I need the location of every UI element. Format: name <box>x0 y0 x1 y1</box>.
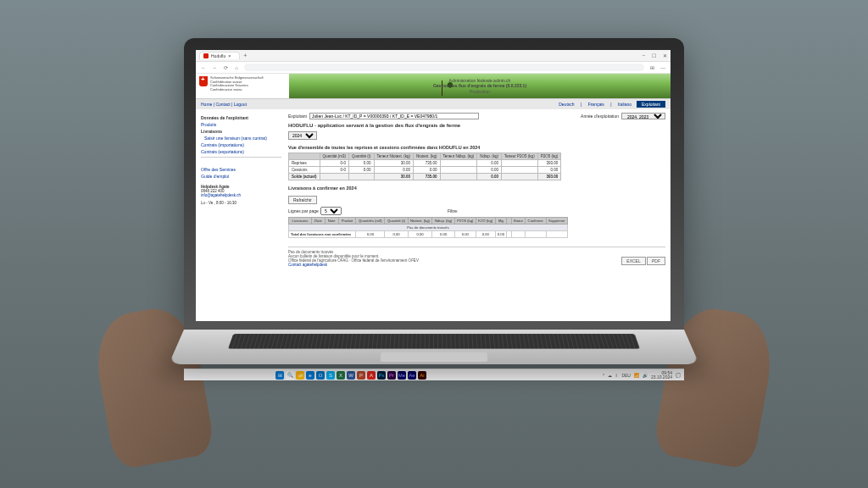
minimize-button[interactable]: – <box>643 53 645 58</box>
cell: 0-0 <box>320 167 349 174</box>
total-cell: 0.00 <box>454 231 476 238</box>
table-header: Mg <box>495 218 507 225</box>
total-cell: 0.00 <box>476 231 495 238</box>
table-header: Ntotext. (kg) <box>414 153 441 160</box>
table-header: Livraisons <box>289 218 312 225</box>
helpdesk-email[interactable]: info@agatehelpdesk.ch <box>201 193 241 197</box>
cell <box>502 160 538 167</box>
footer: Pas de documents trouvés EXCEL PDF Aucun… <box>288 247 665 267</box>
sidebar-item-saisir[interactable]: Saisir une livraison (sans contrat) <box>201 135 281 141</box>
cell: 0.00 <box>374 167 414 174</box>
cell: 0.00 <box>537 167 561 174</box>
forward-icon[interactable]: → <box>211 65 218 70</box>
browser-toolbar: ← → ⟳ ⌂ ⊞ ⋯ <box>196 62 670 74</box>
row-label: Reprises <box>289 160 320 167</box>
lang-fr[interactable]: Français <box>588 102 604 107</box>
cell <box>320 174 349 180</box>
extension-icon[interactable]: ⊞ <box>648 64 655 70</box>
refresh-button[interactable]: Rafraîchir <box>288 196 317 204</box>
table-header: Note <box>325 218 338 225</box>
row-label: Solde (actuel) <box>289 174 320 180</box>
screen: Hoduflu × + – ☐ ✕ ← → ⟳ ⌂ ⊞ <box>196 50 670 321</box>
table-header: Supprimer <box>546 218 568 225</box>
table-header: Date <box>312 218 326 225</box>
pager-select[interactable]: 5 <box>320 207 342 215</box>
sidebar-item-contrats-exp[interactable]: Contrats (exportations) <box>201 148 281 155</box>
back-icon[interactable]: ← <box>200 65 207 70</box>
exploitant-label: Exploitant <box>288 114 307 119</box>
total-cell: 0.00 <box>385 231 408 238</box>
footer-org: Office fédéral de l'agriculture OFAG · O… <box>288 258 665 263</box>
lang-it[interactable]: Italiano <box>618 102 632 107</box>
env-label: Production <box>470 89 490 94</box>
cell: 393.00 <box>537 160 561 167</box>
sidebar-item-exploitant[interactable]: Données de l'exploitant <box>201 114 281 121</box>
nav-logout[interactable]: Logout <box>234 102 247 107</box>
helpdesk-hours: Lu - Ve , 8:00 - 16:30 <box>201 201 281 205</box>
sidebar-help-guide[interactable]: Guide d'emploi <box>201 173 281 180</box>
table-header: Ndisp. (kg) <box>477 153 502 160</box>
confederation-text: Schweizerische Eidgenossenschaft Confédé… <box>210 76 264 92</box>
table-header: Teneur P2O5 (kg) <box>502 153 538 160</box>
year-select[interactable]: 2024, 2023 <box>621 113 665 119</box>
main-content: Exploitant Année d'exploitation 2024, 20… <box>288 113 665 268</box>
table-header <box>289 153 320 160</box>
export-excel-button[interactable]: EXCEL <box>621 257 645 265</box>
no-results: Pas de documents trouvés <box>289 225 568 231</box>
table-header: Teneur Ntotext. (kg) <box>374 153 414 160</box>
export-pdf-button[interactable]: PDF <box>647 257 665 265</box>
reload-icon[interactable]: ⟳ <box>222 64 229 70</box>
sidebar-item-produits[interactable]: Produits <box>201 121 281 128</box>
cell: 0.00 <box>477 160 502 167</box>
browser-tab[interactable]: Hoduflu × <box>199 52 240 59</box>
swiss-shield-icon <box>199 76 208 86</box>
overview-heading: Vue d'ensemble de toutes les reprises et… <box>288 145 665 150</box>
home-icon[interactable]: ⌂ <box>233 65 240 70</box>
url-bar[interactable] <box>244 64 644 71</box>
sidebar-item-livraisons[interactable]: Livraisons <box>201 128 281 135</box>
pager-label: Lignes par page <box>288 208 319 214</box>
table-header: Quantités (m3) <box>356 218 385 225</box>
table-header: Confirmer <box>526 218 546 225</box>
filter-label: Filtre: <box>448 208 459 214</box>
nav-contact[interactable]: Contact <box>215 102 230 107</box>
cell: 393.00 <box>537 174 561 180</box>
cell <box>440 167 477 174</box>
total-cell: 0.00 <box>408 231 432 238</box>
sidebar-help-services[interactable]: Offre des Services <box>201 166 281 173</box>
maximize-button[interactable]: ☐ <box>652 53 656 58</box>
pager: Lignes par page 5 <box>288 207 342 215</box>
nav-home[interactable]: Home <box>201 102 212 107</box>
table-header: Quantité (m3) <box>320 153 349 160</box>
cell: 30.00 <box>374 160 414 167</box>
cell: 0-0 <box>320 160 349 167</box>
window-controls: – ☐ ✕ <box>643 53 667 58</box>
role-badge: Exploitant <box>637 101 665 108</box>
close-button[interactable]: ✕ <box>663 53 667 58</box>
cell <box>440 174 477 180</box>
cell: 735.00 <box>414 174 441 180</box>
table-header: Quantité (t) <box>385 218 408 225</box>
exploitant-input[interactable] <box>309 113 479 119</box>
new-tab-button[interactable]: + <box>243 53 247 58</box>
tab-title: Hoduflu <box>211 53 225 58</box>
sidebar-item-contrats-imp[interactable]: Contrats (importations) <box>201 141 281 148</box>
deliveries-heading: Livraisons à confirmer en 2024 <box>288 186 665 191</box>
cell <box>502 174 538 180</box>
app-header: Schweizerische Eidgenossenschaft Confédé… <box>196 74 670 99</box>
close-icon[interactable]: × <box>228 53 231 58</box>
confederation-logo: Schweizerische Eidgenossenschaft Confédé… <box>196 74 289 98</box>
favicon-icon <box>203 53 209 58</box>
menu-icon[interactable]: ⋯ <box>659 64 666 70</box>
lang-de[interactable]: Deutsch <box>559 102 574 107</box>
table-header: Ndisp. (kg) <box>432 218 454 225</box>
total-cell: 0.00 <box>495 231 507 238</box>
top-nav: Home | Contact | Logout Deutsch | França… <box>196 99 670 109</box>
cell <box>502 167 538 174</box>
cell <box>349 174 375 180</box>
footer-contact-link[interactable]: Contact agatehelpdesk <box>288 263 327 267</box>
year-filter[interactable]: 2024 <box>288 131 317 140</box>
table-header: P2O5 (kg) <box>537 153 561 160</box>
cell: 0.00 <box>349 160 375 167</box>
overview-table: Quantité (m3)Quantité (t)Teneur Ntotext.… <box>288 152 561 180</box>
